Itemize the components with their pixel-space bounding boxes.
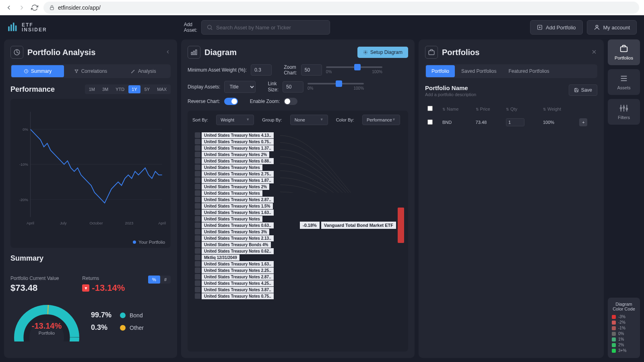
sort-by-select[interactable]: Weight▼ — [216, 115, 254, 125]
add-row-button[interactable]: + — [579, 118, 587, 126]
url-bar[interactable]: etfinsider.co/app/ — [43, 2, 639, 14]
logo-text: ETF INSIDER — [22, 23, 47, 32]
sankey-node[interactable]: United States Treasury Notes 2.13.. — [195, 235, 274, 241]
enable-zoom-toggle[interactable] — [284, 98, 297, 105]
rail-portfolios[interactable]: Portfolios — [608, 39, 640, 65]
sankey-node[interactable]: United States Treasury Notes 0.62.. — [195, 248, 274, 254]
collapse-icon[interactable] — [165, 49, 171, 56]
sankey-node[interactable]: United States Treasury Notes 1.37.. — [195, 145, 274, 151]
color-by-select[interactable]: Performance▼ — [362, 115, 400, 125]
sankey-node[interactable]: United States Treasury Notes 0.63.. — [195, 222, 274, 228]
tab-saved[interactable]: Saved Portfolios — [456, 65, 502, 77]
app-bar: ETF INSIDER Add Asset: Add Portfolio My … — [0, 15, 644, 39]
svg-point-31 — [365, 52, 366, 53]
svg-rect-30 — [196, 50, 197, 55]
current-value: $73.48 — [10, 283, 59, 293]
legend-row: 2% — [612, 343, 636, 347]
display-assets-label: Display Assets: — [188, 84, 220, 90]
sankey-node[interactable]: Mktliq 12/31/2049 — [195, 255, 274, 261]
sankey-node[interactable]: United States Treasury Notes 1.63.. — [195, 210, 274, 216]
save-button[interactable]: Save — [569, 84, 597, 96]
back-icon[interactable] — [5, 4, 13, 12]
enable-zoom-label: Enable Zoom: — [250, 99, 280, 104]
link-size-input[interactable] — [283, 81, 303, 93]
sankey-node[interactable]: United States Treasury Notes 2.87.. — [195, 274, 274, 280]
sankey-node[interactable]: United States Treasury Notes 1.63.. — [195, 261, 274, 267]
svg-text:0%: 0% — [23, 128, 28, 132]
my-account-button[interactable]: My account — [587, 20, 637, 35]
url-text: etfinsider.co/app/ — [58, 4, 101, 11]
percent-toggle[interactable]: % # — [148, 276, 171, 284]
time-range-5Y[interactable]: 5Y — [141, 85, 153, 93]
min-weight-input[interactable] — [251, 64, 272, 76]
holdings-table: ⇅ Name ⇅ Price ⇅ Qty ⇅ Weight BND 73.48 … — [425, 103, 597, 130]
close-icon[interactable] — [591, 49, 597, 56]
sankey-node[interactable]: United States Treasury Notes 2.75.. — [195, 171, 274, 177]
portfolio-desc[interactable]: Add a portfolio description — [425, 92, 476, 97]
down-arrow-icon: ▼ — [82, 284, 89, 292]
display-assets-select[interactable]: Title — [224, 81, 256, 93]
sankey-node[interactable]: United States Treasury Notes — [195, 165, 274, 171]
chart-icon — [188, 46, 200, 59]
user-icon — [594, 24, 600, 31]
row-checkbox[interactable] — [427, 119, 433, 125]
sankey-node[interactable]: United States Treasury Notes 0.88.. — [195, 158, 274, 164]
group-by-select[interactable]: None▼ — [290, 115, 328, 125]
chart-legend: Your Portfolio — [138, 240, 165, 245]
sankey-node[interactable]: United States Treasury Notes 3.87.. — [195, 287, 274, 293]
sankey-node[interactable]: United States Treasury Notes 4.25.. — [195, 280, 274, 286]
setup-diagram-button[interactable]: Setup Diagram — [357, 47, 408, 58]
rail-filters[interactable]: Filters — [608, 99, 640, 125]
rail-assets[interactable]: Assets — [608, 69, 640, 95]
add-portfolio-button[interactable]: Add Portfolio — [530, 20, 582, 35]
sankey-node[interactable]: United States Treasury Notes 0.75.. — [195, 293, 274, 299]
time-range-3M[interactable]: 3M — [99, 85, 111, 93]
sankey-node[interactable]: United States Treasury Notes 2% — [195, 152, 274, 158]
returns-label: Returns — [82, 276, 125, 281]
logo[interactable]: ETF INSIDER — [7, 22, 47, 33]
tab-correlations[interactable]: Correlations — [64, 65, 117, 77]
legend-row: -2% — [612, 320, 636, 325]
svg-text:April: April — [27, 221, 34, 225]
lock-icon — [49, 5, 55, 10]
tab-portfolio[interactable]: Portfolio — [426, 65, 455, 77]
sankey-node[interactable]: United States Treasury Notes 2% — [195, 184, 274, 190]
zoom-chart-input[interactable] — [301, 64, 322, 76]
time-range-1M[interactable]: 1M — [86, 85, 98, 93]
time-range-MAX[interactable]: MAX — [154, 85, 170, 93]
current-value-label: Portfolio Current Value — [10, 276, 59, 281]
svg-text:April: April — [158, 221, 166, 225]
reload-icon[interactable] — [31, 4, 39, 12]
search-input[interactable] — [201, 20, 330, 35]
sankey-node[interactable]: United States Treasury Notes 1.5% — [195, 203, 274, 209]
sankey-node[interactable]: United States Treasury Notes 1.87.. — [195, 177, 274, 183]
tab-summary[interactable]: Summary — [11, 65, 64, 77]
sankey-node[interactable]: United States Treasury Notes — [195, 216, 274, 222]
link-size-slider[interactable] — [308, 83, 364, 84]
svg-point-35 — [623, 107, 625, 108]
portfolio-name[interactable]: Portfolio Name — [425, 84, 476, 91]
zoom-chart-slider[interactable] — [326, 66, 382, 68]
sankey-node[interactable]: United States Treasury Notes 2.87.. — [195, 197, 274, 203]
sankey-node[interactable]: United States Treasury Notes 3% — [195, 229, 274, 235]
sankey-node[interactable]: United States Treasury Notes 4.13.. — [195, 132, 274, 138]
link-size-label: Link Size: — [268, 81, 279, 93]
tab-featured[interactable]: Featured Portfolios — [503, 65, 555, 77]
summary-title: Summary — [10, 254, 171, 263]
select-all-checkbox[interactable] — [427, 106, 433, 111]
svg-rect-32 — [429, 51, 434, 55]
reverse-chart-toggle[interactable] — [224, 98, 238, 105]
forward-icon[interactable] — [18, 4, 26, 12]
sankey-node[interactable]: United States Treasury Notes 0.75.. — [195, 139, 274, 145]
sankey-diagram[interactable]: United States Treasury Notes 4.13..Unite… — [188, 129, 408, 352]
time-range-YTD[interactable]: YTD — [112, 85, 128, 93]
sankey-node[interactable]: United States Treasury Bonds 4% — [195, 242, 274, 248]
list-icon — [619, 74, 628, 83]
sankey-node[interactable]: United States Treasury Notes 2.25.. — [195, 267, 274, 274]
time-range-1Y[interactable]: 1Y — [128, 85, 140, 93]
qty-input[interactable] — [506, 118, 524, 126]
tab-analysis[interactable]: Analysis — [117, 65, 170, 77]
performance-title: Performance — [10, 85, 55, 94]
sankey-target-pct: -0.18% — [300, 222, 320, 229]
sankey-node[interactable]: United States Treasury Notes — [195, 190, 274, 196]
